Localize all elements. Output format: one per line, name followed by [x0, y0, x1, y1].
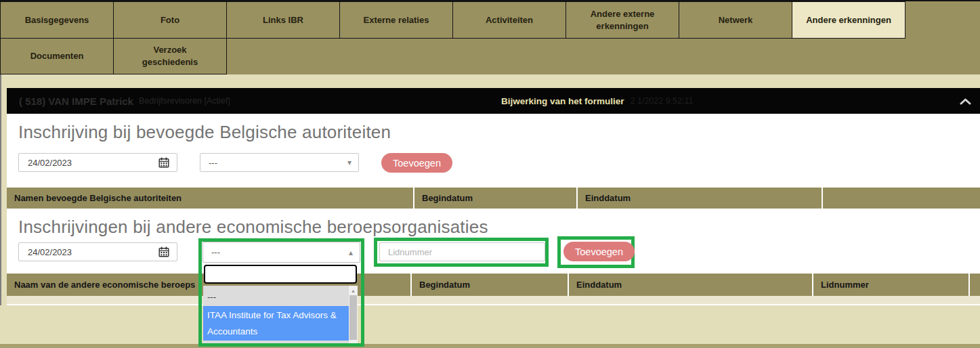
- tab-label: Externe relaties: [364, 14, 429, 26]
- form-update-label: Bijwerking van het formulier: [501, 96, 624, 106]
- tab-andere-erkenningen-active[interactable]: Andere erkenningen: [792, 1, 906, 39]
- form-update-info: Bijwerking van het formulier 2 1/2022 9:…: [501, 96, 693, 106]
- dropdown-scrollbar[interactable]: ▲: [349, 286, 358, 343]
- calendar-icon[interactable]: [158, 246, 169, 259]
- bottom-edge: [0, 344, 980, 348]
- dropdown-option-list: --- ITAA Institute for Tax Advisors & Ac…: [203, 286, 358, 343]
- section2-date-input[interactable]: 24/02/2023: [18, 242, 177, 261]
- section2-select-value: ---: [211, 247, 220, 257]
- record-header-bar: ( 518) VAN IMPE Patrick Bedrijfsrevisore…: [7, 88, 980, 114]
- dropdown-option-none[interactable]: ---: [203, 286, 349, 306]
- column-header: Einddatum: [569, 274, 813, 296]
- section2-add-button[interactable]: Toevoegen: [563, 242, 635, 261]
- row-divider: [7, 304, 980, 305]
- column-header: Lidnummer: [813, 274, 970, 296]
- collapse-chevron-up-icon[interactable]: [960, 95, 971, 108]
- tab-label: Activiteiten: [486, 14, 533, 26]
- section1-title: Inschrijving bij bevoegde Belgische auto…: [18, 122, 391, 143]
- form-update-timestamp: 2 1/2022 9:52:11: [631, 96, 694, 106]
- tab-label: Andere externe erkenningen: [577, 8, 668, 32]
- section1-date-input[interactable]: 24/02/2023: [18, 153, 177, 172]
- record-status: Bedrijfsrevisoren [Actief]: [139, 96, 230, 106]
- column-header-empty: [970, 274, 980, 296]
- tab-andere-externe-erkenningen[interactable]: Andere externe erkenningen: [566, 1, 679, 39]
- column-header: Einddatum: [578, 188, 823, 209]
- section2-organisation-select[interactable]: --- ▴: [203, 242, 360, 263]
- dropdown-option-itaa-highlighted[interactable]: ITAA Institute for Tax Advisors & Accoun…: [203, 306, 349, 341]
- tab-label: Verzoek geschiedenis: [125, 44, 215, 68]
- tab-label: Links IBR: [263, 14, 303, 26]
- chevron-up-icon: ▴: [349, 248, 353, 257]
- content-panel: Inschrijving bij bevoegde Belgische auto…: [7, 114, 980, 305]
- section1-date-value: 24/02/2023: [28, 158, 72, 168]
- section2-title: Inschrijvingen bij andere economische be…: [18, 217, 488, 238]
- column-header: Begindatum: [412, 274, 569, 296]
- tab-activiteiten[interactable]: Activiteiten: [452, 1, 566, 39]
- section1-table-header: Namen bevoegde Belgische autoriteiten Be…: [7, 188, 980, 209]
- tab-externe-relaties[interactable]: Externe relaties: [339, 1, 453, 39]
- scroll-up-arrow-icon[interactable]: ▲: [349, 286, 358, 295]
- tab-basisgegevens[interactable]: Basisgegevens: [0, 1, 114, 39]
- tab-label: Documenten: [30, 50, 84, 62]
- record-reference: ( 518) VAN IMPE Patrick: [19, 95, 133, 107]
- left-border-line: [0, 74, 1, 305]
- tab-label: Netwerk: [719, 14, 753, 26]
- screen: Basisgegevens Foto Links IBR Externe rel…: [0, 0, 980, 348]
- column-header: Namen bevoegde Belgische autoriteiten: [7, 188, 414, 209]
- column-header-empty: [823, 188, 980, 209]
- empty-table-row: [7, 296, 980, 304]
- tab-foto[interactable]: Foto: [113, 1, 227, 39]
- scrollbar-thumb[interactable]: [349, 295, 357, 340]
- tab-label: Foto: [161, 14, 179, 26]
- section2-table-header: Naam van de andere economische beroeps B…: [7, 274, 980, 296]
- tab-documenten[interactable]: Documenten: [0, 38, 114, 74]
- section1-add-button[interactable]: Toevoegen: [381, 153, 452, 173]
- dropdown-search-input[interactable]: [204, 265, 357, 284]
- section1-select-value: ---: [209, 158, 217, 168]
- column-header: Begindatum: [414, 188, 578, 209]
- tab-verzoek-geschiedenis[interactable]: Verzoek geschiedenis: [113, 38, 227, 74]
- tab-netwerk[interactable]: Netwerk: [679, 1, 792, 39]
- tab-links-ibr[interactable]: Links IBR: [226, 1, 340, 39]
- member-number-input[interactable]: [379, 242, 545, 261]
- chevron-down-icon: ▾: [347, 158, 351, 167]
- section2-date-value: 24/02/2023: [28, 247, 72, 257]
- tab-label: Basisgegevens: [25, 14, 89, 26]
- tab-label: Andere erkenningen: [806, 14, 891, 26]
- tab-bar: Basisgegevens Foto Links IBR Externe rel…: [0, 0, 980, 74]
- section1-authority-select[interactable]: --- ▾: [200, 153, 359, 172]
- calendar-icon[interactable]: [158, 157, 169, 170]
